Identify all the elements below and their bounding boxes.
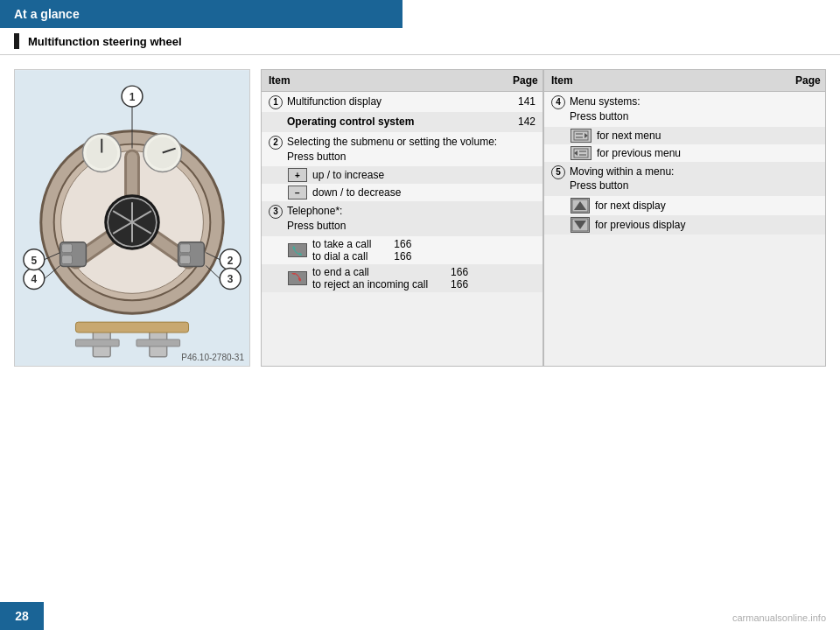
- icon-row-menu-prev: for previous menu: [544, 144, 825, 162]
- section-title: Multifunction steering wheel: [28, 35, 182, 48]
- phone-red-icon: [288, 271, 307, 285]
- item-4-text: Menu systems: Press button: [570, 94, 783, 124]
- icon-row-minus: − down / to decrease: [262, 184, 542, 201]
- icon-row-display-prev: for previous display: [544, 215, 825, 234]
- icon-row-phone-green: to take a call to dial a call 166 166: [262, 236, 542, 264]
- svg-rect-43: [576, 133, 583, 135]
- plus-icon: +: [288, 168, 307, 182]
- svg-text:3: 3: [228, 273, 234, 285]
- table-row: 5 Moving within a menu: Press button: [544, 162, 825, 197]
- col-item-label-right: Item: [544, 70, 790, 91]
- menu-next-label: for next menu: [597, 130, 661, 142]
- table-right: Item Page 4 Menu systems: Press button: [543, 69, 826, 367]
- end-call-page: 166 166: [433, 266, 468, 290]
- menu-next-icon: [570, 129, 592, 143]
- item-number-5: 5: [551, 165, 565, 179]
- header-title: At a glance: [14, 7, 80, 21]
- svg-rect-25: [136, 340, 180, 346]
- svg-rect-47: [579, 150, 586, 152]
- page-number: 28: [0, 602, 44, 630]
- item-3-text: Telephone*: Press button: [287, 204, 500, 234]
- watermark: carmanualsonline.info: [732, 612, 826, 623]
- image-caption: P46.10-2780-31: [181, 353, 244, 362]
- table-row: 2 Selecting the submenu or setting the v…: [262, 132, 542, 167]
- svg-rect-26: [75, 322, 188, 332]
- item-1-text: Multifunction display: [287, 94, 500, 109]
- take-call-label: to take a call to dial a call: [312, 238, 371, 262]
- svg-text:2: 2: [228, 255, 234, 267]
- col-page-label-left: Page: [508, 70, 542, 91]
- plus-label: up / to increase: [312, 169, 384, 181]
- table-left-header: Item Page: [262, 70, 542, 92]
- take-call-page: 166 166: [376, 238, 411, 262]
- table-left: Item Page 1 Multifunction display 141 Op…: [261, 69, 543, 367]
- end-call-label: to end a call to reject an incoming call: [312, 266, 428, 290]
- tables-area: Item Page 1 Multifunction display 141 Op…: [261, 69, 826, 367]
- svg-rect-17: [62, 244, 73, 253]
- display-next-label: for next display: [595, 200, 666, 212]
- menu-prev-label: for previous menu: [597, 147, 681, 159]
- table-row: Operating control system 142: [262, 112, 542, 132]
- phone-green-icon: [288, 243, 307, 257]
- svg-rect-21: [180, 256, 191, 264]
- col-item-label-left: Item: [262, 70, 508, 91]
- display-next-icon: [570, 198, 590, 214]
- icon-row-phone-red: to end a call to reject an incoming call…: [262, 264, 542, 292]
- menu-prev-icon: [570, 146, 592, 160]
- minus-label: down / to decrease: [312, 186, 401, 199]
- svg-text:5: 5: [32, 255, 38, 267]
- item-1-page: 141: [500, 94, 536, 109]
- svg-rect-18: [62, 256, 73, 264]
- table-right-header: Item Page: [544, 70, 825, 92]
- item-number-4: 4: [551, 95, 565, 109]
- svg-text:4: 4: [32, 273, 38, 285]
- main-content: 1 2 3 4 5 P46.10-2780-31: [0, 55, 840, 381]
- operating-control-page: 142: [500, 115, 536, 130]
- item-2-text: Selecting the submenu or setting the vol…: [287, 135, 500, 164]
- icon-row-plus: + up / to increase: [262, 166, 542, 184]
- display-prev-label: for previous display: [595, 219, 685, 231]
- svg-rect-48: [579, 154, 586, 156]
- section-label: Multifunction steering wheel: [0, 28, 840, 55]
- steering-wheel-image: 1 2 3 4 5 P46.10-2780-31: [14, 69, 250, 367]
- table-row: 4 Menu systems: Press button: [544, 92, 825, 127]
- icon-row-menu-next: for next menu: [544, 127, 825, 144]
- item-number-1: 1: [269, 95, 283, 109]
- table-row: 1 Multifunction display 141: [262, 92, 542, 112]
- table-left-body: 1 Multifunction display 141 Operating co…: [262, 92, 542, 292]
- table-right-body: 4 Menu systems: Press button: [544, 92, 825, 234]
- display-prev-icon: [570, 217, 590, 233]
- table-row: 3 Telephone*: Press button: [262, 201, 542, 236]
- operating-control-system-text: Operating control system: [287, 115, 500, 130]
- item-number-2: 2: [269, 136, 283, 150]
- minus-icon: −: [288, 186, 307, 200]
- svg-rect-20: [180, 244, 191, 253]
- col-page-label-right: Page: [790, 70, 825, 91]
- svg-rect-24: [75, 340, 119, 346]
- item-number-3: 3: [269, 205, 283, 219]
- svg-text:1: 1: [130, 91, 136, 103]
- icon-row-display-next: for next display: [544, 196, 825, 215]
- header-bar: At a glance: [0, 0, 402, 28]
- item-5-text: Moving within a menu: Press button: [570, 164, 783, 194]
- svg-rect-44: [576, 136, 583, 138]
